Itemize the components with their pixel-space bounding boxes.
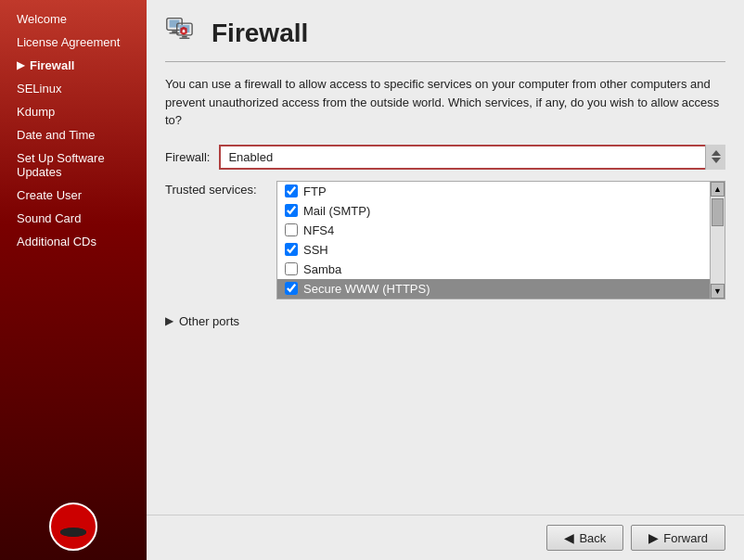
sidebar-item-label: Kdump: [17, 105, 55, 119]
redhat-icon: [55, 508, 92, 545]
forward-icon: ▶: [648, 530, 659, 545]
main-content: Firewall You can use a firewall to allow…: [147, 0, 744, 560]
service-checkbox-samba[interactable]: [285, 262, 298, 275]
svg-rect-5: [170, 32, 180, 33]
sidebar-item-license-agreement[interactable]: License Agreement: [0, 31, 147, 54]
sidebar: WelcomeLicense Agreement▶FirewallSELinux…: [0, 0, 147, 560]
page-description: You can use a firewall to allow access t…: [165, 75, 725, 130]
sidebar-item-additional-cds[interactable]: Additional CDs: [0, 230, 147, 253]
sidebar-item-kdump[interactable]: Kdump: [0, 100, 147, 123]
sidebar-item-create-user[interactable]: Create User: [0, 184, 147, 207]
scrollbar-down-button[interactable]: ▼: [711, 284, 725, 299]
firewall-icon: [165, 15, 202, 52]
scrollbar-up-button[interactable]: ▲: [711, 182, 725, 197]
service-item-ftp[interactable]: FTP: [277, 182, 725, 201]
service-checkbox-ssh[interactable]: [285, 243, 298, 256]
back-button[interactable]: ◀ Back: [546, 525, 623, 551]
svg-rect-8: [182, 36, 186, 38]
firewall-select-wrapper: DisabledEnabled: [219, 145, 725, 170]
bottom-nav: ◀ Back ▶ Forward: [147, 515, 744, 560]
sidebar-item-label: Date and Time: [17, 128, 96, 142]
service-label-secure-www: Secure WWW (HTTPS): [303, 282, 430, 296]
service-checkbox-secure-www[interactable]: [285, 282, 298, 295]
back-icon: ◀: [564, 530, 574, 545]
service-item-mail-smtp[interactable]: Mail (SMTP): [277, 201, 725, 221]
redhat-circle: [49, 503, 97, 551]
sidebar-item-welcome[interactable]: Welcome: [0, 7, 147, 31]
firewall-row: Firewall: DisabledEnabled: [165, 145, 725, 170]
service-item-secure-www[interactable]: Secure WWW (HTTPS): [277, 279, 725, 299]
page-title-row: Firewall: [165, 15, 725, 62]
sidebar-item-label: Set Up Software Updates: [17, 151, 137, 179]
sidebar-item-label: License Agreement: [17, 35, 120, 49]
sidebar-item-label: Create User: [17, 188, 82, 202]
sidebar-item-date-and-time[interactable]: Date and Time: [0, 123, 147, 146]
service-checkbox-nfs4[interactable]: [285, 223, 298, 236]
svg-rect-4: [172, 31, 176, 32]
sidebar-item-label: Welcome: [17, 12, 67, 26]
service-item-nfs4[interactable]: NFS4: [277, 221, 725, 240]
other-ports-row[interactable]: ▶ Other ports: [165, 311, 725, 332]
service-label-ftp: FTP: [303, 185, 327, 198]
sidebar-item-label: Additional CDs: [17, 235, 96, 248]
other-ports-expand-icon: ▶: [165, 314, 173, 327]
scrollbar-thumb[interactable]: [712, 198, 724, 226]
sidebar-item-set-up-software-updates[interactable]: Set Up Software Updates: [0, 146, 147, 184]
service-checkbox-ftp[interactable]: [285, 185, 298, 197]
page-title: Firewall: [212, 19, 308, 48]
sidebar-item-label: SELinux: [17, 82, 61, 95]
services-scrollbar[interactable]: ▲ ▼: [710, 182, 725, 299]
sidebar-item-sound-card[interactable]: Sound Card: [0, 207, 147, 230]
svg-rect-9: [179, 38, 189, 39]
firewall-select[interactable]: DisabledEnabled: [219, 145, 725, 170]
forward-button[interactable]: ▶ Forward: [631, 525, 725, 551]
sidebar-item-label: Sound Card: [17, 211, 81, 225]
service-item-samba[interactable]: Samba: [277, 260, 725, 279]
trusted-services-label: Trusted services:: [165, 181, 267, 197]
other-ports-label: Other ports: [179, 314, 239, 328]
trusted-services-row: Trusted services: FTPMail (SMTP)NFS4SSHS…: [165, 181, 725, 299]
svg-point-1: [60, 528, 86, 537]
scrollbar-track: [711, 197, 725, 284]
firewall-icon-svg: [165, 15, 202, 52]
sidebar-item-firewall[interactable]: ▶Firewall: [0, 54, 147, 77]
services-list-wrapper: FTPMail (SMTP)NFS4SSHSambaSecure WWW (HT…: [276, 181, 725, 299]
sidebar-item-selinux[interactable]: SELinux: [0, 77, 147, 100]
services-list: FTPMail (SMTP)NFS4SSHSambaSecure WWW (HT…: [277, 182, 725, 299]
service-item-ssh[interactable]: SSH: [277, 240, 725, 260]
redhat-logo: [49, 503, 97, 551]
content-area: Firewall You can use a firewall to allow…: [147, 0, 744, 515]
service-checkbox-mail-smtp[interactable]: [285, 204, 298, 217]
sidebar-current-arrow: ▶: [17, 59, 24, 71]
service-label-nfs4: NFS4: [303, 223, 334, 237]
service-label-mail-smtp: Mail (SMTP): [303, 204, 370, 218]
service-label-ssh: SSH: [303, 243, 328, 257]
service-label-samba: Samba: [303, 262, 341, 276]
sidebar-nav: WelcomeLicense Agreement▶FirewallSELinux…: [0, 4, 147, 503]
firewall-label: Firewall:: [165, 150, 210, 164]
sidebar-item-label: Firewall: [30, 58, 74, 72]
svg-rect-12: [184, 29, 185, 31]
back-label: Back: [579, 531, 606, 545]
forward-label: Forward: [663, 531, 708, 545]
